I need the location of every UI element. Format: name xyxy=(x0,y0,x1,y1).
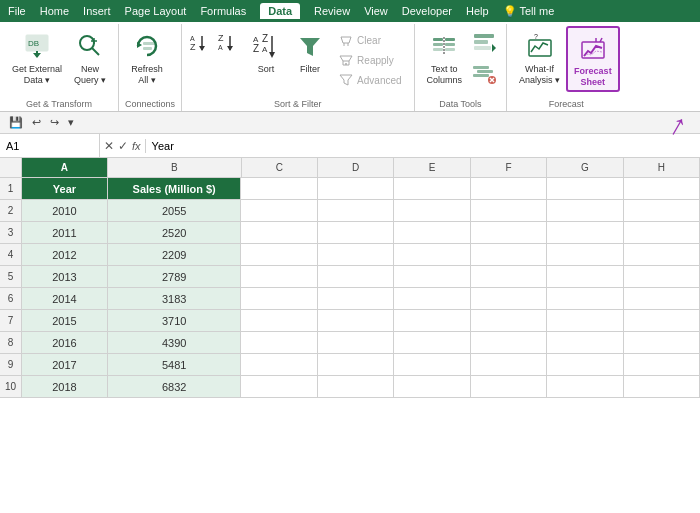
menu-help[interactable]: Help xyxy=(466,5,489,17)
col-header-d[interactable]: D xyxy=(318,158,394,178)
confirm-formula-button[interactable]: ✓ xyxy=(118,139,128,153)
sort-za-button[interactable]: Z A xyxy=(216,30,242,56)
cell-g10[interactable] xyxy=(547,376,623,398)
cell-d8[interactable] xyxy=(318,332,394,354)
cell-e3[interactable] xyxy=(394,222,470,244)
cell-c5[interactable] xyxy=(241,266,317,288)
formula-content[interactable]: Year xyxy=(146,140,700,152)
cell-reference-box[interactable]: A1 xyxy=(0,134,100,157)
cell-a8[interactable]: 2016 xyxy=(22,332,108,354)
cell-b10[interactable]: 6832 xyxy=(108,376,241,398)
cell-h1[interactable] xyxy=(624,178,700,200)
cell-a10[interactable]: 2018 xyxy=(22,376,108,398)
cell-h8[interactable] xyxy=(624,332,700,354)
cell-e10[interactable] xyxy=(394,376,470,398)
cell-a6[interactable]: 2014 xyxy=(22,288,108,310)
menu-review[interactable]: Review xyxy=(314,5,350,17)
row-num-9[interactable]: 9 xyxy=(0,354,22,376)
col-header-c[interactable]: C xyxy=(242,158,318,178)
cell-b7[interactable]: 3710 xyxy=(108,310,241,332)
row-num-4[interactable]: 4 xyxy=(0,244,22,266)
cell-d4[interactable] xyxy=(318,244,394,266)
menu-page-layout[interactable]: Page Layout xyxy=(125,5,187,17)
cell-d1[interactable] xyxy=(318,178,394,200)
col-header-h[interactable]: H xyxy=(624,158,700,178)
cell-h7[interactable] xyxy=(624,310,700,332)
save-qa-button[interactable]: 💾 xyxy=(6,115,26,130)
cell-h10[interactable] xyxy=(624,376,700,398)
cell-e9[interactable] xyxy=(394,354,470,376)
cell-f7[interactable] xyxy=(471,310,547,332)
cell-f3[interactable] xyxy=(471,222,547,244)
cell-b2[interactable]: 2055 xyxy=(108,200,241,222)
cell-a1[interactable]: Year xyxy=(22,178,108,200)
cell-f5[interactable] xyxy=(471,266,547,288)
row-num-6[interactable]: 6 xyxy=(0,288,22,310)
cell-a3[interactable]: 2011 xyxy=(22,222,108,244)
col-header-a[interactable]: A xyxy=(22,158,108,178)
cell-d10[interactable] xyxy=(318,376,394,398)
cell-b8[interactable]: 4390 xyxy=(108,332,241,354)
cell-e8[interactable] xyxy=(394,332,470,354)
cell-b1[interactable]: Sales (Million $) xyxy=(108,178,241,200)
col-header-f[interactable]: F xyxy=(471,158,547,178)
cell-h6[interactable] xyxy=(624,288,700,310)
cell-d3[interactable] xyxy=(318,222,394,244)
row-num-7[interactable]: 7 xyxy=(0,310,22,332)
menu-file[interactable]: File xyxy=(8,5,26,17)
menu-formulas[interactable]: Formulas xyxy=(200,5,246,17)
clear-button[interactable]: Clear xyxy=(332,30,407,50)
cell-f10[interactable] xyxy=(471,376,547,398)
cell-g8[interactable] xyxy=(547,332,623,354)
cell-d6[interactable] xyxy=(318,288,394,310)
cell-g5[interactable] xyxy=(547,266,623,288)
cell-f9[interactable] xyxy=(471,354,547,376)
cell-d9[interactable] xyxy=(318,354,394,376)
cell-e7[interactable] xyxy=(394,310,470,332)
get-external-data-button[interactable]: DB Get ExternalData ▾ xyxy=(6,26,68,88)
cell-h2[interactable] xyxy=(624,200,700,222)
cell-f6[interactable] xyxy=(471,288,547,310)
cell-a2[interactable]: 2010 xyxy=(22,200,108,222)
cell-e5[interactable] xyxy=(394,266,470,288)
redo-qa-button[interactable]: ↪ xyxy=(47,115,62,130)
cell-c7[interactable] xyxy=(241,310,317,332)
cell-c2[interactable] xyxy=(241,200,317,222)
cell-e2[interactable] xyxy=(394,200,470,222)
cell-d7[interactable] xyxy=(318,310,394,332)
filter-button[interactable]: Filter xyxy=(288,26,332,76)
cell-a5[interactable]: 2013 xyxy=(22,266,108,288)
refresh-all-button[interactable]: RefreshAll ▾ xyxy=(125,26,169,88)
cell-g7[interactable] xyxy=(547,310,623,332)
cell-e6[interactable] xyxy=(394,288,470,310)
row-num-1[interactable]: 1 xyxy=(0,178,22,200)
cell-c4[interactable] xyxy=(241,244,317,266)
cell-d5[interactable] xyxy=(318,266,394,288)
row-num-10[interactable]: 10 xyxy=(0,376,22,398)
row-num-8[interactable]: 8 xyxy=(0,332,22,354)
menu-insert[interactable]: Insert xyxy=(83,5,111,17)
col-header-e[interactable]: E xyxy=(394,158,470,178)
cell-c1[interactable] xyxy=(241,178,317,200)
what-if-analysis-button[interactable]: ? What-IfAnalysis ▾ xyxy=(513,26,566,88)
cell-g3[interactable] xyxy=(547,222,623,244)
cancel-formula-button[interactable]: ✕ xyxy=(104,139,114,153)
cell-g2[interactable] xyxy=(547,200,623,222)
cell-c6[interactable] xyxy=(241,288,317,310)
cell-a9[interactable]: 2017 xyxy=(22,354,108,376)
cell-d2[interactable] xyxy=(318,200,394,222)
new-query-button[interactable]: NewQuery ▾ xyxy=(68,26,112,88)
menu-tell-me[interactable]: 💡 Tell me xyxy=(503,5,555,18)
text-to-columns-button[interactable]: Text toColumns xyxy=(421,26,469,88)
cell-b5[interactable]: 2789 xyxy=(108,266,241,288)
cell-f1[interactable] xyxy=(471,178,547,200)
cell-h5[interactable] xyxy=(624,266,700,288)
cell-h9[interactable] xyxy=(624,354,700,376)
cell-b6[interactable]: 3183 xyxy=(108,288,241,310)
cell-c10[interactable] xyxy=(241,376,317,398)
cell-g9[interactable] xyxy=(547,354,623,376)
cell-h3[interactable] xyxy=(624,222,700,244)
cell-a4[interactable]: 2012 xyxy=(22,244,108,266)
cell-c8[interactable] xyxy=(241,332,317,354)
cell-g4[interactable] xyxy=(547,244,623,266)
